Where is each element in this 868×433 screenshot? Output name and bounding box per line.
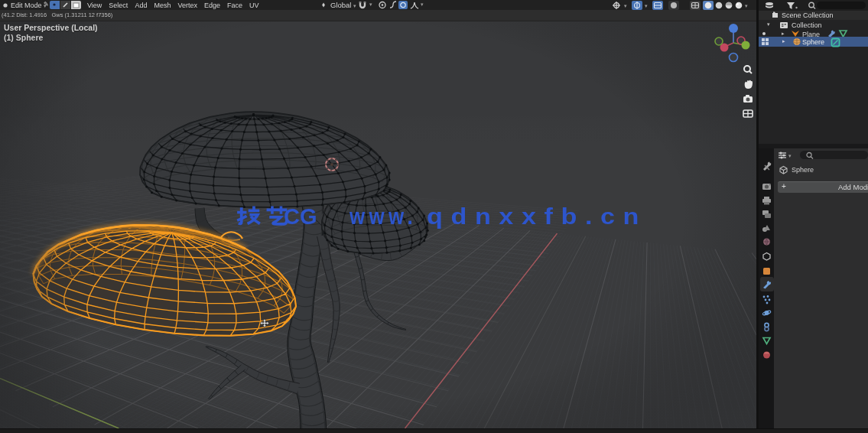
svg-text:CG: CG bbox=[284, 204, 317, 229]
svg-text:qdnxxfb.cn: qdnxxfb.cn bbox=[427, 204, 647, 229]
svg-text:▾: ▾ bbox=[788, 153, 792, 158]
svg-text:www.: www. bbox=[349, 204, 417, 229]
svg-text:▾: ▾ bbox=[645, 3, 648, 8]
svg-text:▾: ▾ bbox=[745, 3, 748, 8]
svg-text:▾: ▾ bbox=[624, 3, 627, 8]
